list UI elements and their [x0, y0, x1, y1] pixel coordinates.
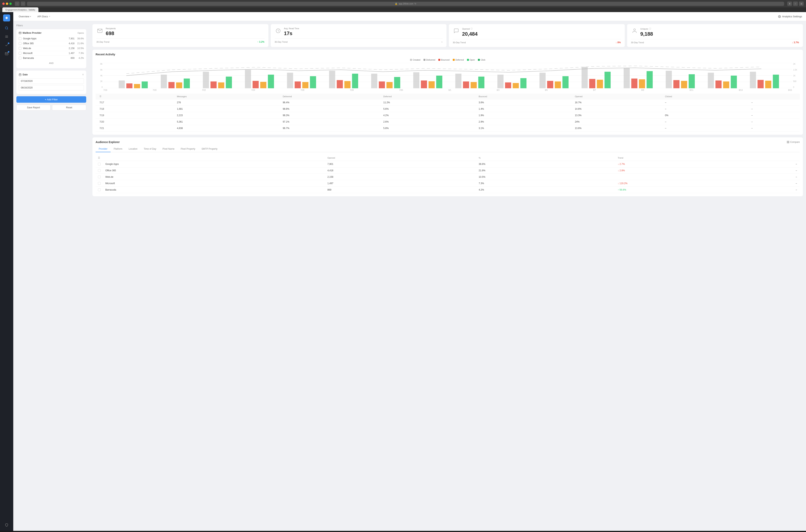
- svg-rect-34: [260, 82, 266, 88]
- audience-tab-pixel-property[interactable]: Pixel Property: [178, 146, 198, 152]
- app-logo[interactable]: [3, 15, 10, 21]
- analytics-settings-button[interactable]: Analytics Settings: [778, 15, 802, 18]
- row-arrow[interactable]: →: [749, 99, 800, 106]
- forward-button[interactable]: ›: [21, 2, 25, 6]
- audience-checkbox[interactable]: [98, 182, 100, 185]
- date-end-input[interactable]: [19, 85, 84, 91]
- filter-checkbox[interactable]: [19, 57, 21, 59]
- app-layout: Overview ▾ API Docs ↗ Analytics Settings…: [0, 12, 806, 531]
- svg-line-1: [7, 28, 8, 29]
- row-arrow[interactable]: →: [749, 106, 800, 112]
- audience-checkbox[interactable]: [98, 175, 100, 178]
- aud-row-check[interactable]: [96, 161, 103, 167]
- aud-col-trend: Trend: [616, 155, 793, 161]
- stat-readtime-info: Avg. Read Time 17s: [284, 27, 443, 36]
- share-button[interactable]: ⬆: [787, 2, 792, 6]
- aud-row-trend: [616, 174, 793, 180]
- aud-row-arrow[interactable]: →: [793, 187, 800, 193]
- aud-row-check[interactable]: [96, 180, 103, 187]
- audience-explorer-title: Audience Explorer: [96, 140, 120, 144]
- aud-row-check[interactable]: [96, 167, 103, 174]
- row-deferred: 5.6%: [381, 106, 476, 112]
- uniques-trend: 30-Day Trend ↓ 3.7%: [631, 39, 799, 44]
- sidebar-item-shield[interactable]: [3, 521, 10, 529]
- filter-count: 869: [67, 57, 74, 59]
- table-row: 7/17 276 96.4% 11.2% 3.6% 16.7% – →: [96, 99, 800, 106]
- filter-checkbox[interactable]: [19, 52, 21, 55]
- date-close-button[interactable]: ×: [82, 73, 84, 76]
- audience-tab-provider[interactable]: Provider: [96, 146, 111, 152]
- audience-tab-location[interactable]: Location: [125, 146, 141, 152]
- row-arrow[interactable]: →: [749, 119, 800, 125]
- svg-rect-31: [226, 77, 232, 88]
- aud-row-check[interactable]: [96, 174, 103, 180]
- stats-row: Recipients 698 30-Day Trend ↑ 3.2%: [92, 24, 803, 47]
- aud-row-arrow[interactable]: →: [793, 161, 800, 167]
- filter-checkbox[interactable]: [19, 42, 21, 45]
- close-button[interactable]: [2, 2, 5, 5]
- trend-value: ↑ 56.6%: [618, 188, 790, 191]
- audience-tab-platform[interactable]: Platform: [111, 146, 126, 152]
- api-docs-nav[interactable]: API Docs ↗: [36, 14, 52, 19]
- activity-table: ☰ Messages Delivered Deferred Bounced Op…: [96, 94, 800, 132]
- audience-tab-pixel-name[interactable]: Pixel Name: [159, 146, 178, 152]
- legend-dot: [410, 59, 412, 61]
- minimize-button[interactable]: [6, 2, 8, 5]
- svg-rect-48: [413, 72, 419, 88]
- row-arrow[interactable]: →: [749, 125, 800, 132]
- row-opened: 13.6%: [572, 125, 663, 132]
- uniques-trend-label: 30-Day Trend: [631, 41, 790, 44]
- audience-checkbox[interactable]: [98, 163, 100, 166]
- row-messages: 1,681: [175, 106, 280, 112]
- back-button[interactable]: ‹: [15, 2, 19, 6]
- opened-label: Opened ⓘ: [462, 27, 621, 30]
- audience-tab-time-of-day[interactable]: Time of Day: [141, 146, 159, 152]
- aud-row-arrow[interactable]: →: [793, 167, 800, 174]
- audience-tab-smtp-property[interactable]: SMTP Property: [198, 146, 221, 152]
- row-deferred: 5.8%: [381, 125, 476, 132]
- aud-row-trend: ↑ 56.6%: [616, 187, 793, 193]
- svg-rect-26: [176, 82, 182, 88]
- filter-checkbox[interactable]: [19, 47, 21, 50]
- aud-row-name: Web.de: [103, 174, 325, 180]
- reset-button[interactable]: Reset: [52, 104, 86, 111]
- overview-nav[interactable]: Overview ▾: [17, 14, 33, 19]
- row-bounced: 1.4%: [476, 106, 572, 112]
- active-tab[interactable]: Engagement Analytics : Validity: [2, 7, 38, 12]
- add-filter-button[interactable]: + Add Filter: [16, 96, 86, 103]
- recipients-label: Recipients: [106, 27, 264, 30]
- stat-card-opened: Opened ⓘ 20,484 30-Day Trend ↓ 8%: [449, 24, 625, 47]
- uniques-info-icon: ⓘ: [649, 27, 651, 30]
- audience-explorer-card: Audience Explorer Compare ProviderPlatfo…: [92, 137, 803, 196]
- sidebar-item-menu[interactable]: [3, 33, 10, 40]
- filter-checkbox[interactable]: [19, 37, 21, 40]
- aud-row-arrow[interactable]: →: [793, 180, 800, 187]
- opened-icon: [453, 27, 460, 34]
- filter-row: Web.de 2,158 10.5%: [19, 46, 84, 51]
- row-bounced: 3.6%: [476, 99, 572, 106]
- sidebar-item-mail[interactable]: [3, 50, 10, 57]
- extensions-button[interactable]: ⊞: [799, 2, 804, 6]
- aud-row-check[interactable]: [96, 187, 103, 193]
- address-bar[interactable]: 🔒 app.250ok.com ↻: [27, 2, 784, 6]
- maximize-button[interactable]: [10, 2, 12, 5]
- stat-uniques-info: Uniques ⓘ 9,188: [640, 27, 799, 37]
- svg-rect-87: [788, 142, 789, 143]
- date-start-input[interactable]: [19, 78, 84, 84]
- bookmark-button[interactable]: ☆: [793, 2, 798, 6]
- filter-pct: 4.2%: [76, 57, 84, 59]
- audience-checkbox[interactable]: [98, 188, 100, 191]
- uniques-value: 9,188: [640, 31, 799, 37]
- svg-rect-82: [765, 81, 771, 88]
- audience-checkbox[interactable]: [98, 169, 100, 172]
- row-arrow[interactable]: →: [749, 112, 800, 119]
- save-report-button[interactable]: Save Report: [16, 104, 51, 111]
- aud-row-arrow[interactable]: →: [793, 174, 800, 180]
- filter-label: Web.de: [23, 47, 65, 50]
- mailbox-provider-title: Mailbox Provider: [19, 32, 41, 34]
- sidebar-item-check[interactable]: [3, 42, 10, 49]
- right-panel: Recipients 698 30-Day Trend ↑ 3.2%: [89, 21, 806, 531]
- col-opened: Opened: [572, 94, 663, 99]
- compare-button[interactable]: Compare: [787, 141, 800, 144]
- sidebar-item-analytics[interactable]: [3, 24, 10, 32]
